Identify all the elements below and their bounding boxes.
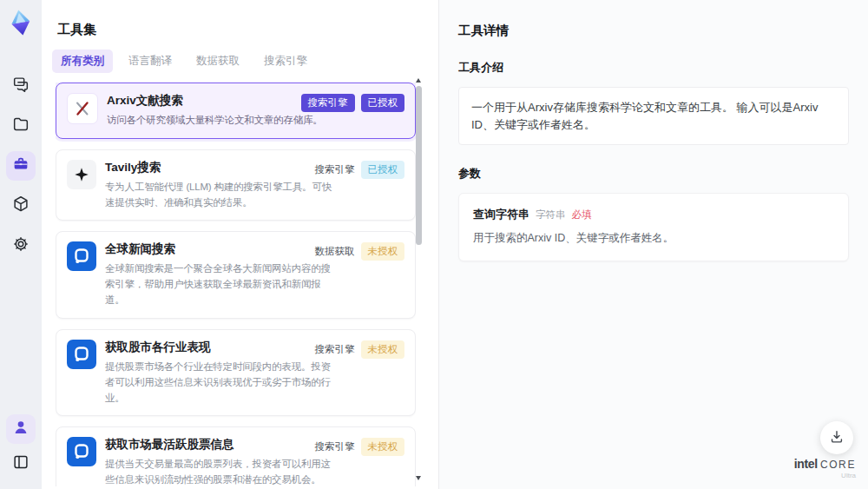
ultra-wordmark: Ultra: [794, 472, 856, 479]
sidebar-item-files[interactable]: [6, 111, 36, 141]
param-description: 用于搜索的Arxiv ID、关键字或作者姓名。: [473, 231, 834, 246]
news-search-icon: [67, 437, 96, 466]
tool-badges: 搜索引擎 未授权: [315, 438, 405, 456]
param-type: 字符串: [536, 208, 566, 221]
intro-text: 一个用于从Arxiv存储库搜索科学论文和文章的工具。 输入可以是Arxiv ID…: [458, 87, 849, 145]
sidebar-item-chat[interactable]: [6, 71, 36, 101]
tool-name: 获取股市各行业表现: [105, 340, 293, 355]
detail-title: 工具详情: [458, 23, 849, 39]
parameter-card: 查询字符串 字符串 必填 用于搜索的Arxiv ID、关键字或作者姓名。: [458, 193, 849, 261]
folder-icon: [11, 115, 30, 137]
auth-status-badge: 未授权: [361, 242, 405, 261]
auth-status-badge: 未授权: [361, 438, 405, 456]
download-icon: [828, 428, 845, 448]
tool-name: 获取市场最活跃股票信息: [105, 437, 293, 453]
tool-name: Tavily搜索: [105, 160, 293, 175]
sidebar-item-account[interactable]: [6, 414, 36, 444]
tool-list: Arxiv文献搜索 访问各个研究领域大量科学论文和文章的存储库。 搜索引擎 已授…: [56, 83, 416, 486]
app-logo-icon: [4, 7, 37, 40]
news-search-icon: [67, 340, 96, 369]
scroll-down-arrow[interactable]: [416, 476, 421, 480]
tool-badges: 数据获取 未授权: [315, 242, 405, 261]
category-tab-0[interactable]: 所有类别: [52, 50, 113, 73]
tool-description: 专为人工智能代理 (LLM) 构建的搜索引擎工具。可快速提供实时、准确和真实的结…: [105, 180, 332, 211]
tool-card[interactable]: 获取市场最活跃股票信息 提供当天交易量最高的股票列表，投资者可以利用这些信息来识…: [56, 426, 416, 486]
category-badge: 数据获取: [315, 242, 355, 261]
core-wordmark: core: [820, 459, 856, 471]
intro-heading: 工具介绍: [458, 60, 849, 76]
scroll-up-arrow[interactable]: [416, 78, 421, 83]
tool-card[interactable]: 全球新闻搜索 全球新闻搜索是一个聚合全球各大新闻网站内容的搜索引擎，帮助用户快速…: [56, 231, 416, 318]
param-name: 查询字符串: [473, 207, 529, 222]
sidebar-item-plugins[interactable]: [6, 191, 36, 221]
arxiv-icon: [67, 93, 98, 124]
tool-detail-panel: 工具详情 工具介绍 一个用于从Arxiv存储库搜索科学论文和文章的工具。 输入可…: [438, 0, 868, 489]
tool-description: 提供股票市场各个行业在特定时间段内的表现。投资者可以利用这些信息来识别表现优于或…: [105, 360, 332, 406]
tool-badges: 搜索引擎 已授权: [301, 94, 405, 112]
auth-status-badge: 已授权: [361, 161, 405, 179]
tool-description: 全球新闻搜索是一个聚合全球各大新闻网站内容的搜索引擎，帮助用户快速获取全球最新资…: [105, 261, 332, 307]
tool-name: 全球新闻搜索: [105, 241, 293, 257]
tool-badges: 搜索引擎 未授权: [315, 340, 405, 359]
param-required-badge: 必填: [572, 208, 592, 221]
category-tab-2[interactable]: 数据获取: [187, 50, 248, 73]
toolbox-icon: [11, 155, 30, 177]
sidebar-item-settings[interactable]: [6, 231, 36, 261]
scrollbar-thumb[interactable]: [416, 86, 422, 245]
chat-icon: [11, 75, 30, 97]
auth-status-badge: 未授权: [361, 340, 405, 359]
panel-toggle-icon: [11, 453, 30, 475]
page-title: 工具集: [57, 22, 438, 38]
sidebar-nav: [6, 71, 36, 261]
user-icon: [11, 418, 30, 440]
category-tab-1[interactable]: 语言翻译: [120, 50, 181, 73]
category-tabs: 所有类别语言翻译数据获取搜索引擎: [52, 50, 438, 73]
intel-wordmark: intel: [794, 457, 818, 471]
news-search-icon: [67, 241, 96, 271]
intel-core-logo: intelcore Ultra: [794, 457, 856, 479]
sidebar-item-toolbox[interactable]: [6, 151, 36, 181]
tool-description: 访问各个研究领域大量科学论文和文章的存储库。: [107, 113, 334, 129]
tool-card[interactable]: 获取股市各行业表现 提供股票市场各个行业在特定时间段内的表现。投资者可以利用这些…: [56, 329, 416, 416]
tool-card[interactable]: Arxiv文献搜索 访问各个研究领域大量科学论文和文章的存储库。 搜索引擎 已授…: [56, 83, 416, 139]
auth-status-badge: 已授权: [361, 94, 405, 112]
sidebar-item-collapse[interactable]: [6, 449, 36, 479]
category-badge: 搜索引擎: [315, 161, 355, 179]
category-badge: 搜索引擎: [315, 438, 355, 456]
left-sidebar: [0, 0, 42, 489]
sparkle-icon: [67, 160, 96, 189]
tool-list-panel: 工具集 所有类别语言翻译数据获取搜索引擎 Arxiv文献搜索 访问各个研究领域大…: [42, 0, 438, 489]
download-button[interactable]: [820, 421, 853, 454]
category-badge: 搜索引擎: [315, 340, 355, 359]
tool-description: 提供当天交易量最高的股票列表，投资者可以利用这些信息来识别流动性强的股票和潜在的…: [105, 457, 332, 486]
cube-icon: [11, 195, 30, 217]
app-window: 工具集 所有类别语言翻译数据获取搜索引擎 Arxiv文献搜索 访问各个研究领域大…: [0, 0, 868, 489]
tool-name: Arxiv文献搜索: [107, 93, 293, 109]
list-scrollbar[interactable]: [415, 78, 423, 480]
sidebar-footer: [6, 414, 36, 479]
tool-card[interactable]: Tavily搜索 专为人工智能代理 (LLM) 构建的搜索引擎工具。可快速提供实…: [56, 149, 416, 221]
category-badge: 搜索引擎: [301, 94, 355, 112]
gear-icon: [11, 235, 30, 257]
params-heading: 参数: [458, 166, 849, 182]
tool-badges: 搜索引擎 已授权: [315, 161, 405, 179]
category-tab-3[interactable]: 搜索引擎: [255, 50, 316, 73]
